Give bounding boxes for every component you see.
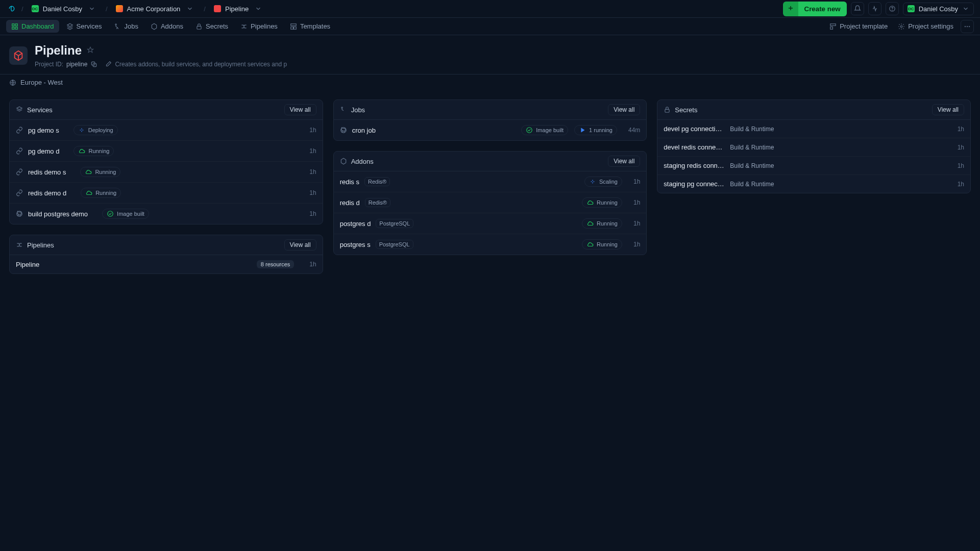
chevron-down-icon (962, 5, 969, 12)
activity-button[interactable] (868, 2, 881, 15)
addon-row[interactable]: postgres d PostgreSQL Running 1h (334, 213, 647, 234)
svg-point-14 (965, 26, 966, 27)
svg-rect-9 (291, 27, 293, 29)
project-description: Creates addons, build services, and depl… (105, 61, 287, 68)
service-row[interactable]: pg demo s Deploying 1h (10, 120, 323, 141)
service-row[interactable]: pg demo d Running 1h (10, 141, 323, 162)
nav-label: Services (77, 22, 102, 30)
addon-name: postgres d (340, 220, 371, 228)
service-row[interactable]: build postgres demo Image built 1h (10, 204, 323, 224)
view-all-button[interactable]: View all (284, 104, 316, 115)
addon-name: redis s (340, 178, 359, 186)
run-icon (340, 106, 347, 113)
secret-name: devel redis connecti… (664, 143, 725, 151)
github-icon (340, 127, 347, 134)
notifications-button[interactable] (851, 2, 864, 15)
timestamp: 1h (309, 210, 316, 217)
nav-templates[interactable]: Templates (285, 20, 335, 33)
crumb-separator: / (204, 5, 206, 13)
chevron-down-icon[interactable] (184, 4, 195, 13)
nav-pipelines[interactable]: Pipelines (235, 20, 283, 33)
star-button[interactable] (87, 46, 94, 55)
project-nav: Dashboard Services Jobs Addons Secrets P… (0, 18, 980, 35)
timestamp: 44m (628, 127, 640, 134)
breadcrumb-user[interactable]: DC Daniel Cosby (28, 2, 102, 15)
breadcrumb-project-label: Pipeline (225, 5, 249, 13)
secret-row[interactable]: devel pg connection … Build & Runtime 1h (657, 120, 970, 138)
view-all-button[interactable]: View all (608, 156, 640, 167)
secret-row[interactable]: devel redis connecti… Build & Runtime 1h (657, 138, 970, 157)
status-badge: Image built (102, 209, 149, 219)
create-new-plus-button[interactable] (783, 2, 798, 16)
breadcrumb-user-label: Daniel Cosby (43, 5, 82, 13)
chevron-down-icon[interactable] (86, 4, 97, 13)
copy-icon[interactable] (90, 61, 97, 68)
logo-icon[interactable] (6, 3, 17, 14)
svg-point-15 (967, 26, 968, 27)
secrets-panel: Secrets View all devel pg connection … B… (657, 99, 971, 193)
secret-row[interactable]: staging pg connecti… Build & Runtime 1h (657, 175, 970, 193)
project-header: Pipeline Project ID: pipeline Creates ad… (0, 35, 980, 74)
link-icon (16, 168, 23, 176)
svg-point-22 (341, 107, 342, 108)
cloud-icon (586, 220, 594, 227)
svg-rect-3 (15, 23, 17, 26)
play-icon (579, 127, 586, 134)
nav-secrets[interactable]: Secrets (190, 20, 233, 33)
status-badge: Scaling (584, 177, 622, 187)
breadcrumb-project[interactable]: Pipeline (210, 2, 268, 15)
region-bar: Europe - West (0, 74, 980, 90)
check-circle-icon (526, 127, 533, 134)
job-row[interactable]: cron job Image built 1 running 44m (334, 120, 647, 140)
deploying-icon (78, 127, 85, 134)
chevron-down-icon[interactable] (253, 4, 264, 13)
view-all-button[interactable]: View all (284, 239, 316, 251)
svg-point-6 (115, 23, 116, 24)
avatar-badge-icon: DC (908, 5, 915, 12)
project-id: Project ID: pipeline (35, 61, 97, 68)
timestamp: 1h (309, 168, 316, 176)
svg-rect-12 (830, 27, 833, 29)
addon-type-tag: PostgreSQL (376, 219, 413, 228)
nav-services[interactable]: Services (61, 20, 107, 33)
addon-row[interactable]: postgres s PostgreSQL Running 1h (334, 234, 647, 255)
user-menu[interactable]: DC Daniel Cosby (903, 3, 974, 15)
addon-row[interactable]: redis d Redis® Running 1h (334, 192, 647, 213)
svg-rect-4 (12, 27, 14, 29)
secret-scope: Build & Runtime (730, 181, 774, 188)
nav-addons[interactable]: Addons (145, 20, 188, 33)
grid-icon (11, 23, 18, 30)
pipeline-row[interactable]: Pipeline 8 resources 1h (10, 255, 323, 273)
project-template-button[interactable]: Project template (826, 20, 891, 32)
nav-label: Addons (161, 22, 183, 30)
nav-dashboard[interactable]: Dashboard (6, 20, 59, 33)
project-id-value: pipeline (66, 61, 87, 68)
nav-jobs[interactable]: Jobs (109, 20, 143, 33)
secret-name: staging pg connecti… (664, 180, 725, 188)
view-all-button[interactable]: View all (608, 104, 640, 115)
create-new-button[interactable]: Create new (798, 2, 847, 16)
svg-point-24 (527, 128, 532, 133)
lock-icon (664, 106, 671, 113)
cloud-icon (85, 189, 92, 196)
edit-icon[interactable] (105, 61, 112, 68)
help-button[interactable] (886, 2, 899, 15)
view-all-button[interactable]: View all (932, 104, 964, 115)
breadcrumb-org[interactable]: Acme Corporation (112, 2, 200, 15)
more-button[interactable] (961, 20, 974, 33)
project-description-text: Creates addons, build services, and depl… (115, 61, 287, 68)
nav-action-label: Project settings (908, 22, 953, 30)
hex-icon (151, 23, 158, 30)
service-row[interactable]: redis demo d Running 1h (10, 183, 323, 204)
scaling-icon (589, 178, 596, 185)
check-circle-icon (107, 210, 114, 217)
svg-point-16 (969, 26, 970, 27)
service-row[interactable]: redis demo s Running 1h (10, 162, 323, 183)
secret-row[interactable]: staging redis connec… Build & Runtime 1h (657, 157, 970, 175)
topbar: / DC Daniel Cosby / Acme Corporation / P… (0, 0, 980, 18)
svg-point-13 (900, 26, 902, 28)
org-icon (116, 5, 123, 12)
addon-row[interactable]: redis s Redis® Scaling 1h (334, 171, 647, 192)
project-settings-button[interactable]: Project settings (895, 20, 957, 32)
svg-rect-7 (197, 26, 201, 29)
